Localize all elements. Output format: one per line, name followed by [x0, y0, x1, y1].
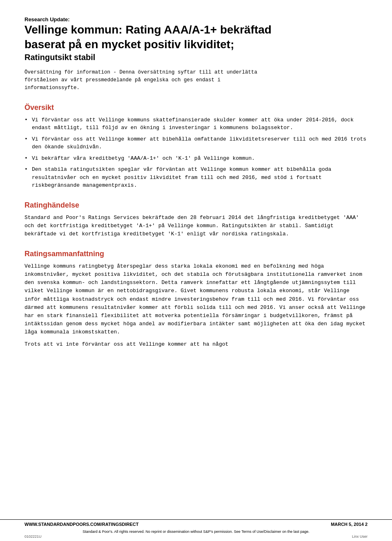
footer: WWW.STANDARDANDPOORS.COM/RATINGSDIRECT M… [0, 519, 392, 541]
footer-disclaimer: Standard & Poor's. All rights reserved. … [0, 529, 392, 534]
bullet-item-3: Vi bekräftar våra kreditbetyg 'AAA/A-1+'… [24, 154, 368, 163]
footer-meta: 0102221U Linx User [0, 534, 392, 541]
header-section: Research Update: Vellinge kommun: Rating… [24, 16, 368, 92]
ratinghandelse-section: Ratinghändelse Standard and Poor's Ratin… [24, 201, 368, 238]
oversikt-heading: Översikt [24, 103, 368, 112]
ratinghandelse-text: Standard and Poor's Ratings Services bek… [24, 214, 368, 238]
research-update-label: Research Update: [24, 16, 368, 22]
oversikt-section: Översikt Vi förväntar oss att Vellinge k… [24, 103, 368, 190]
footer-user: Linx User [352, 534, 368, 539]
oversikt-bullet-list: Vi förväntar oss att Vellinge kommuns sk… [24, 116, 368, 190]
bullet-item-2: Vi förväntar oss att Vellinge kommer att… [24, 135, 368, 151]
footer-doc-id: 0102221U [24, 534, 42, 539]
bullet-item-1: Vi förväntar oss att Vellinge kommuns sk… [24, 116, 368, 132]
footer-website: WWW.STANDARDANDPOORS.COM/RATINGSDIRECT [24, 522, 138, 527]
footer-date-page: MARCH 5, 2014 2 [331, 522, 368, 527]
page-content: Research Update: Vellinge kommun: Rating… [0, 0, 392, 385]
translation-note: Översättning för information - Denna öve… [24, 69, 368, 92]
main-title-line1: Vellinge kommun: Rating AAA/A-1+ bekräft… [24, 23, 368, 36]
ratingsammanfattning-text2: Trots att vi inte förväntar oss att Vell… [24, 340, 368, 349]
main-title-line2: baserat på en mycket positiv likviditet; [24, 38, 368, 51]
bullet-item-4: Den stabila ratingutsikten speglar vår f… [24, 165, 368, 190]
ratingsammanfattning-section: Ratingsammanfattning Vellinge kommuns ra… [24, 250, 368, 349]
ratingsammanfattning-heading: Ratingsammanfattning [24, 250, 368, 258]
main-title-line3: Ratingutsikt stabil [24, 53, 368, 62]
ratinghandelse-heading: Ratinghändelse [24, 201, 368, 210]
footer-bar: WWW.STANDARDANDPOORS.COM/RATINGSDIRECT M… [0, 519, 392, 529]
ratingsammanfattning-text: Vellinge kommuns ratingbetyg återspeglar… [24, 262, 368, 336]
